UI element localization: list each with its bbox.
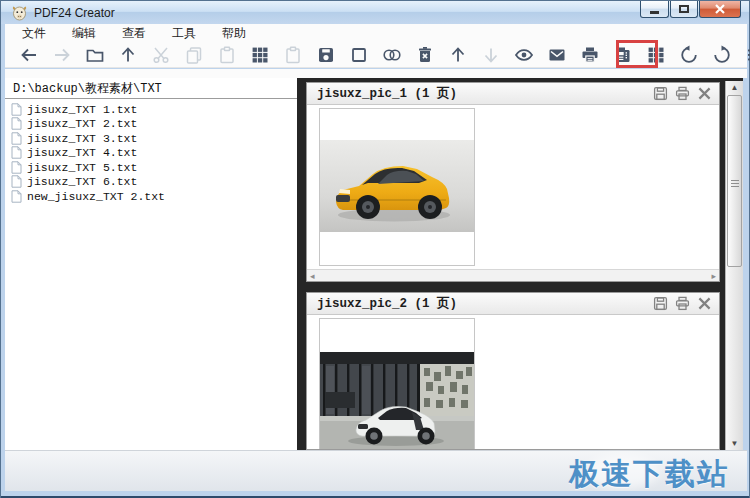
file-name: new_jisuxz_TXT 2.txt (27, 190, 165, 203)
file-row[interactable]: jisuxz_TXT 4.txt (11, 146, 297, 161)
menu-tools[interactable]: 工具 (163, 24, 205, 43)
file-name: jisuxz_TXT 4.txt (27, 146, 137, 159)
back-icon[interactable] (19, 45, 39, 65)
minimize-icon (650, 11, 659, 14)
preview-vscrollbar[interactable]: ▲ ▼ (725, 81, 743, 450)
scroll-left-icon[interactable]: ◂ (310, 271, 315, 281)
menu-file[interactable]: 文件 (13, 24, 55, 43)
document-2-header[interactable]: jisuxz_pic_2 (1 页) (307, 293, 719, 315)
options-icon[interactable] (745, 45, 750, 65)
file-name: jisuxz_TXT 3.txt (27, 132, 137, 145)
close-icon (714, 4, 726, 14)
file-row[interactable]: jisuxz_TXT 2.txt (11, 117, 297, 132)
file-row[interactable]: jisuxz_TXT 1.txt (11, 102, 297, 117)
file-row[interactable]: new_jisuxz_TXT 2.txt (11, 189, 297, 204)
file-icon (11, 161, 22, 174)
page-up-icon[interactable] (448, 45, 468, 65)
yellow-suv-photo (320, 140, 474, 232)
file-icon (11, 146, 22, 159)
toolbar-strip (5, 69, 747, 78)
document-1-header[interactable]: jisuxz_pic_1 (1 页) (307, 83, 719, 105)
preview-icon[interactable] (514, 45, 534, 65)
white-sports-car-photo (320, 352, 474, 450)
file-row[interactable]: jisuxz_TXT 6.txt (11, 175, 297, 190)
grid-view-icon[interactable] (646, 45, 666, 65)
vscroll-thumb[interactable] (727, 95, 742, 267)
save-icon[interactable] (653, 296, 668, 311)
rotate-right-icon[interactable] (712, 45, 732, 65)
file-name: jisuxz_TXT 6.txt (27, 175, 137, 188)
blank-page-icon[interactable] (349, 45, 369, 65)
document-1-hscrollbar[interactable]: ◂ ▸ (307, 269, 719, 282)
file-name: jisuxz_TXT 2.txt (27, 117, 137, 130)
file-name: jisuxz_TXT 1.txt (27, 103, 137, 116)
scroll-down-icon[interactable]: ▼ (726, 437, 743, 450)
file-row[interactable]: jisuxz_TXT 5.txt (11, 160, 297, 175)
document-2-title: jisuxz_pic_2 (1 页) (317, 295, 457, 312)
print-icon[interactable] (675, 296, 690, 311)
window-bottom-border (1, 491, 749, 498)
menu-bar: 文件 编辑 查看 工具 帮助 (5, 24, 747, 42)
maximize-button[interactable] (670, 1, 698, 18)
open-folder-icon[interactable] (85, 45, 105, 65)
move-up-level-icon[interactable] (118, 45, 138, 65)
current-path: D:\backup\教程素材\TXT (5, 78, 297, 99)
paste-document-icon (283, 45, 303, 65)
minimize-button[interactable] (640, 1, 669, 18)
save-icon[interactable] (316, 45, 336, 65)
rotate-left-icon[interactable] (679, 45, 699, 65)
menu-view[interactable]: 查看 (113, 24, 155, 43)
scroll-up-icon[interactable]: ▲ (726, 81, 743, 94)
maximize-icon (679, 5, 689, 13)
file-name: jisuxz_TXT 5.txt (27, 161, 137, 174)
menu-help[interactable]: 帮助 (213, 24, 255, 43)
fax-icon[interactable] (613, 45, 633, 65)
copy-icon (184, 45, 204, 65)
file-icon (11, 132, 22, 145)
delete-icon[interactable] (415, 45, 435, 65)
document-frame-1: jisuxz_pic_1 (1 页) (306, 82, 720, 282)
file-icon (11, 103, 22, 116)
cut-icon (151, 45, 171, 65)
titlebar: PDF24 Creator (1, 1, 749, 24)
window-controls (639, 1, 741, 18)
status-bar: 极速下载站 (5, 450, 747, 491)
watermark-text: 极速下载站 (569, 454, 729, 495)
document-1-page-1[interactable] (319, 108, 475, 266)
menu-edit[interactable]: 编辑 (63, 24, 105, 43)
save-icon[interactable] (653, 86, 668, 101)
vscroll-grip (731, 180, 739, 189)
document-2-content (307, 315, 719, 450)
close-button[interactable] (699, 1, 741, 18)
document-1-title: jisuxz_pic_1 (1 页) (317, 85, 457, 102)
window-title: PDF24 Creator (34, 6, 115, 20)
print-icon[interactable] (580, 45, 600, 65)
thumbnails-icon[interactable] (250, 45, 270, 65)
document-2-page-1[interactable] (319, 318, 475, 450)
toolbar (5, 42, 747, 68)
scroll-right-icon[interactable]: ▸ (711, 271, 716, 281)
file-icon (11, 117, 22, 130)
page-down-icon (481, 45, 501, 65)
file-icon (11, 190, 22, 203)
merge-icon[interactable] (382, 45, 402, 65)
file-icon (11, 175, 22, 188)
document-1-content (307, 105, 719, 269)
file-browser-panel: D:\backup\教程素材\TXT jisuxz_TXT 1.txt jisu… (5, 78, 297, 450)
print-icon[interactable] (675, 86, 690, 101)
forward-icon (52, 45, 72, 65)
pdf24-window: PDF24 Creator 文件 编辑 查看 工具 帮助 (0, 0, 750, 498)
close-icon[interactable] (697, 86, 712, 101)
file-list: jisuxz_TXT 1.txt jisuxz_TXT 2.txt jisuxz… (5, 99, 297, 204)
document-frame-2: jisuxz_pic_2 (1 页) (306, 292, 720, 450)
file-row[interactable]: jisuxz_TXT 3.txt (11, 131, 297, 146)
document-preview-panel: jisuxz_pic_1 (1 页) (297, 78, 743, 450)
close-icon[interactable] (697, 296, 712, 311)
paste-icon (217, 45, 237, 65)
pdf24-logo-icon (11, 5, 28, 21)
email-icon[interactable] (547, 45, 567, 65)
